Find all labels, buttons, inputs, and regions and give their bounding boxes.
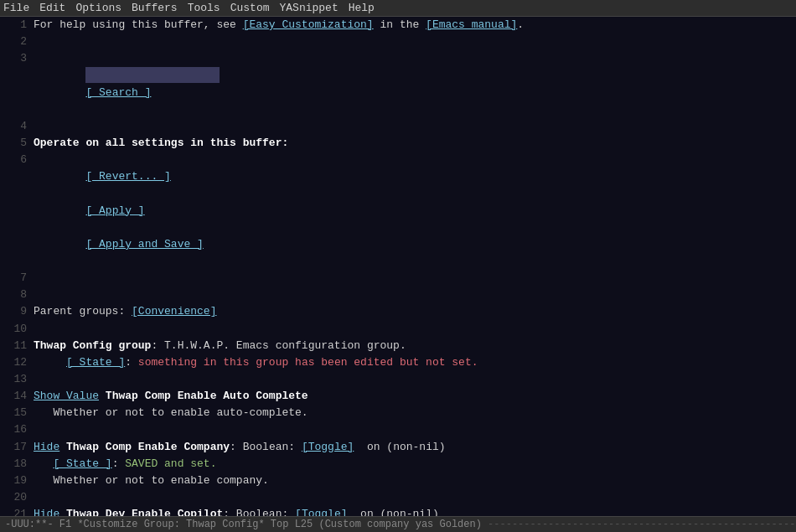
line-num-15: 15 [3,405,27,421]
menu-yasnippet[interactable]: YASnippet [279,2,338,14]
line-num-21: 21 [3,506,27,516]
toggle-21[interactable]: [Toggle] [295,508,347,516]
line-5-content: Operate on all settings in this buffer: [34,135,793,152]
hide-link-21[interactable]: Hide [34,508,59,516]
menu-bar: File Edit Options Buffers Tools Custom Y… [0,0,796,17]
line-num-1: 1 [3,17,27,34]
line-6-content: [ Revert... ] [ Apply ] [ Apply and Save… [34,152,793,270]
setting-name-14: Thwap Comp Enable Auto Complete [106,390,308,402]
editor-lines: 1 For help using this buffer, see [Easy … [0,17,796,516]
line-20: 20 [0,489,796,506]
line-num-13: 13 [3,371,27,388]
line-6: 6 [ Revert... ] [ Apply ] [ Apply and Sa… [0,152,796,270]
line-8: 8 [0,287,796,303]
line-num-19: 19 [3,473,27,489]
line-3-content: [ Search ] [34,50,793,118]
line-4-content [34,118,793,135]
line-12-content: [ State ]: something in this group has b… [34,354,793,371]
line-num-17: 17 [3,439,27,456]
line-11-content: Thwap Config group: T.H.W.A.P. Emacs con… [34,338,793,354]
line-num-16: 16 [3,421,27,438]
line-11: 11 Thwap Config group: T.H.W.A.P. Emacs … [0,338,796,354]
line-16-content [34,421,793,438]
line-num-2: 2 [3,34,27,50]
state-label-12[interactable]: [ State ] [66,356,125,369]
line-num-18: 18 [3,456,27,473]
line-num-20: 20 [3,489,27,506]
menu-file[interactable]: File [3,2,29,14]
state-label-18[interactable]: [ State ] [53,457,111,470]
line-2-content [34,34,793,50]
line-15: 15 Whether or not to enable auto-complet… [0,405,796,421]
line-7: 7 [0,270,796,287]
revert-button[interactable]: [ Revert... ] [85,170,170,183]
menu-help[interactable]: Help [349,2,375,14]
line-3: 3 [ Search ] [0,50,796,118]
line-12: 12 [ State ]: something in this group ha… [0,354,796,371]
line-num-3: 3 [3,50,27,118]
menu-options[interactable]: Options [75,2,121,14]
line-21: 21 Hide Thwap Dev Enable Copilot: Boolea… [0,506,796,516]
menu-custom[interactable]: Custom [230,2,270,14]
line-18: 18 [ State ]: SAVED and set. [0,456,796,473]
hide-link-17[interactable]: Hide [34,441,59,453]
menu-buffers[interactable]: Buffers [132,2,178,14]
thwap-config-label: Thwap Config group [34,339,151,352]
line-8-content [34,287,793,303]
line-14-content: Show Value Thwap Comp Enable Auto Comple… [34,388,793,405]
toggle-17[interactable]: [Toggle] [302,441,354,453]
setting-name-21: Thwap Dev Enable Copilot [66,508,223,516]
line-17-content: Hide Thwap Comp Enable Company: Boolean:… [34,439,793,456]
line-13-content [34,371,793,388]
line-num-8: 8 [3,287,27,303]
line-18-content: [ State ]: SAVED and set. [34,456,793,473]
line-num-4: 4 [3,118,27,135]
line-17: 17 Hide Thwap Comp Enable Company: Boole… [0,439,796,456]
search-button[interactable]: [ Search ] [85,86,151,99]
show-value-link-14[interactable]: Show Value [34,390,99,402]
line-10-content [34,321,793,338]
line-num-12: 12 [3,354,27,371]
line-num-7: 7 [3,270,27,287]
line-14: 14 Show Value Thwap Comp Enable Auto Com… [0,388,796,405]
mode-line: -UUU:**- F1 *Customize Group: Thwap Conf… [0,516,796,532]
apply-button[interactable]: [ Apply ] [85,204,144,217]
line-19-content: Whether or not to enable company. [34,473,793,489]
line-num-9: 9 [3,303,27,320]
line-15-content: Whether or not to enable auto-complete. [34,405,793,421]
line-10: 10 [0,321,796,338]
operate-text: Operate on all settings in this buffer: [34,137,288,149]
state-text-18: SAVED and set. [125,457,216,470]
menu-tools[interactable]: Tools [188,2,220,14]
line-4: 4 [0,118,796,135]
line-num-11: 11 [3,338,27,354]
line-16: 16 [0,421,796,438]
line-5: 5 Operate on all settings in this buffer… [0,135,796,152]
line-20-content [34,489,793,506]
line-1: 1 For help using this buffer, see [Easy … [0,17,796,34]
line-num-14: 14 [3,388,27,405]
link-easy-customization[interactable]: [Easy Customization] [243,18,374,31]
line-9: 9 Parent groups: [Convenience] [0,303,796,320]
line-13: 13 [0,371,796,388]
apply-save-button[interactable]: [ Apply and Save ] [85,238,203,251]
line-1-content: For help using this buffer, see [Easy Cu… [34,17,793,34]
setting-name-17: Thwap Comp Enable Company [66,441,230,453]
line-21-content: Hide Thwap Dev Enable Copilot: Boolean: … [34,506,793,516]
search-input[interactable] [85,67,220,83]
mode-line-text: -UUU:**- F1 *Customize Group: Thwap Conf… [5,519,488,530]
line-num-5: 5 [3,135,27,152]
content-area: 1 For help using this buffer, see [Easy … [0,17,796,516]
line-19: 19 Whether or not to enable company. [0,473,796,489]
link-emacs-manual[interactable]: [Emacs manual] [426,18,517,31]
menu-edit[interactable]: Edit [39,2,65,14]
link-convenience[interactable]: [Convenience] [132,305,216,318]
line-7-content [34,270,793,287]
line-num-10: 10 [3,321,27,338]
line-9-content: Parent groups: [Convenience] [34,303,793,320]
line-num-6: 6 [3,152,27,270]
state-text-12: something in this group has been edited … [138,356,478,369]
line-2: 2 [0,34,796,50]
